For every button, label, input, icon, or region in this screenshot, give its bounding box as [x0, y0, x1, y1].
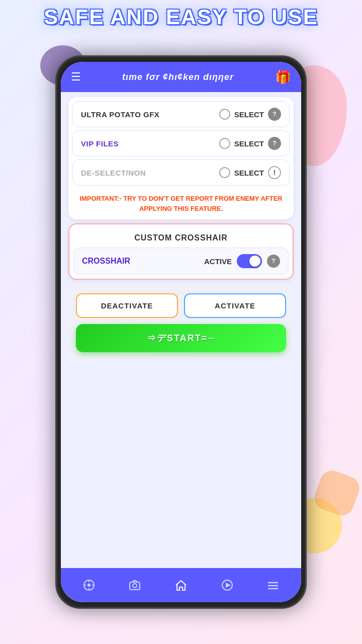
ultra-potato-select-group: SELECT ?: [219, 108, 281, 121]
crosshair-row: CROSSHAIR ACTIVE ?: [73, 248, 289, 275]
toggle-knob: [249, 256, 260, 267]
ultra-potato-radio[interactable]: [219, 109, 230, 120]
app-content: ULTRA POTATO GFX SELECT ? VIP FILES SELE…: [61, 92, 301, 568]
feature-row-ultra-potato: ULTRA POTATO GFX SELECT ?: [72, 101, 290, 127]
deselect-select-group: SELECT !: [219, 166, 281, 179]
vip-files-help-icon[interactable]: ?: [268, 137, 281, 150]
nav-menu[interactable]: [262, 574, 284, 596]
ultra-potato-help-icon[interactable]: ?: [268, 108, 281, 121]
crosshair-section-header: CUSTOM CROSSHAIR: [73, 228, 289, 248]
phone-screen: ☰ tιme fσr ¢hι¢ken dιηηer 🎁 ULTRA POTATO…: [61, 62, 301, 602]
crosshair-card: CUSTOM CROSSHAIR CROSSHAIR ACTIVE ?: [68, 223, 294, 280]
menu-icon[interactable]: ☰: [71, 71, 81, 83]
svg-point-7: [133, 584, 137, 588]
deselect-radio[interactable]: [219, 167, 230, 178]
crosshair-toggle[interactable]: [237, 254, 262, 268]
phone-frame: ☰ tιme fσr ¢hι¢ken dιηηer 🎁 ULTRA POTATO…: [55, 55, 307, 609]
banner-text: SAFE AND EASY TO USE: [10, 5, 352, 29]
vip-files-select-group: SELECT ?: [219, 137, 281, 150]
vip-files-radio[interactable]: [219, 138, 230, 149]
crosshair-active-group: ACTIVE ?: [204, 254, 280, 268]
nav-home[interactable]: [170, 574, 192, 596]
crosshair-label: CROSSHAIR: [82, 257, 130, 266]
ultra-potato-select-label: SELECT: [234, 110, 264, 119]
svg-marker-9: [226, 583, 231, 588]
app-title: tιme fσr ¢hι¢ken dιηηer: [122, 72, 234, 83]
app-topbar: ☰ tιme fσr ¢hι¢ken dιηηer 🎁: [61, 62, 301, 92]
vip-files-select-label: SELECT: [234, 139, 264, 148]
feature-row-deselect: DE-SELECT/NON SELECT !: [72, 159, 290, 186]
nav-location[interactable]: [78, 574, 100, 596]
gift-icon[interactable]: 🎁: [275, 69, 291, 85]
feature-card: ULTRA POTATO GFX SELECT ? VIP FILES SELE…: [68, 97, 294, 219]
deactivate-button[interactable]: DEACTIVATE: [76, 293, 178, 318]
nav-camera[interactable]: [124, 574, 146, 596]
ultra-potato-label: ULTRA POTATO GFX: [81, 110, 159, 119]
feature-row-vip-files: VIP FILES SELECT ?: [72, 130, 290, 156]
deselect-select-label: SELECT: [234, 169, 264, 177]
deselect-info-icon[interactable]: !: [268, 166, 281, 179]
crosshair-help-icon[interactable]: ?: [267, 255, 280, 268]
important-notice: IMPORTANT:- TRY TO DON'T GET REPORT FROM…: [72, 189, 290, 215]
nav-play[interactable]: [216, 574, 238, 596]
deselect-label: DE-SELECT/NON: [81, 169, 146, 177]
action-area: DEACTIVATE ACTIVATE ⇒デSTART=─: [68, 286, 294, 360]
action-buttons-row: DEACTIVATE ACTIVATE: [76, 293, 286, 318]
start-button[interactable]: ⇒デSTART=─: [76, 324, 286, 352]
svg-point-1: [87, 584, 90, 587]
vip-files-label: VIP FILES: [81, 139, 119, 148]
bottom-nav: [61, 568, 301, 602]
activate-button[interactable]: ACTIVATE: [184, 293, 286, 318]
top-banner: SAFE AND EASY TO USE: [10, 5, 352, 29]
crosshair-active-label: ACTIVE: [204, 257, 232, 266]
important-text: IMPORTANT:- TRY TO DON'T GET REPORT FROM…: [79, 195, 282, 212]
